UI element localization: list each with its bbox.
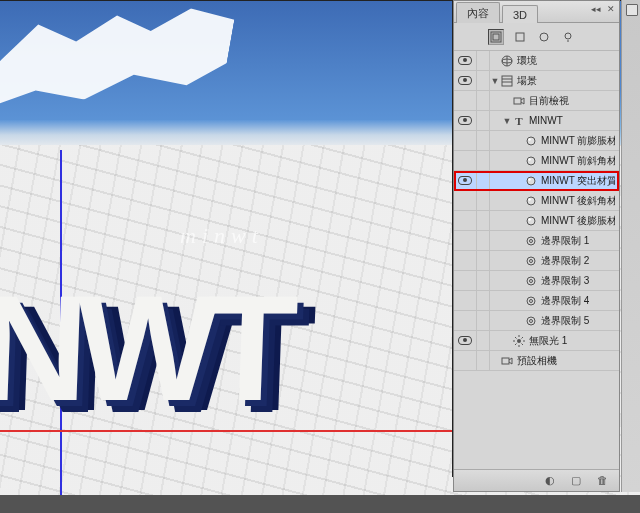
con-icon xyxy=(524,274,538,288)
lock-column[interactable] xyxy=(476,291,490,311)
close-icon[interactable]: ✕ xyxy=(607,4,615,14)
filter-mesh-icon[interactable] xyxy=(512,29,528,45)
disclosure-triangle[interactable]: ▼ xyxy=(490,76,500,86)
tree-row[interactable]: ▼TMINWT xyxy=(454,111,619,131)
svg-point-22 xyxy=(527,217,535,225)
mesh-icon: T xyxy=(512,114,526,128)
light-icon xyxy=(512,334,526,348)
svg-point-28 xyxy=(527,277,535,285)
panel-dock-gutter[interactable] xyxy=(621,0,640,492)
tree-row[interactable]: MINWT 後膨脹材質 xyxy=(454,211,619,231)
disclosure-triangle[interactable]: ▼ xyxy=(502,116,512,126)
svg-point-24 xyxy=(527,237,535,245)
3d-text-object[interactable]: NWT xyxy=(0,262,289,435)
tree-row[interactable]: 環境 xyxy=(454,51,619,71)
tree-row[interactable]: 邊界限制 5 xyxy=(454,311,619,331)
lock-column[interactable] xyxy=(476,191,490,211)
tab-properties[interactable]: 內容 xyxy=(456,2,500,23)
visibility-toggle[interactable] xyxy=(454,291,476,311)
3d-scene-tree[interactable]: 環境▼場景目前檢視▼TMINWTMINWT 前膨脹材質MINWT 前斜角材質MI… xyxy=(454,51,619,469)
visibility-toggle[interactable] xyxy=(454,231,476,251)
visibility-toggle[interactable] xyxy=(454,51,476,71)
visibility-toggle[interactable] xyxy=(454,211,476,231)
svg-point-34 xyxy=(517,339,521,343)
lock-column[interactable] xyxy=(476,251,490,271)
tab-3d[interactable]: 3D xyxy=(502,5,538,23)
lock-column[interactable] xyxy=(476,171,490,191)
lock-column[interactable] xyxy=(476,311,490,331)
visibility-toggle[interactable] xyxy=(454,351,476,371)
filter-scene-icon[interactable] xyxy=(488,29,504,45)
lock-column[interactable] xyxy=(476,151,490,171)
tree-row[interactable]: MINWT 前膨脹材質 xyxy=(454,131,619,151)
tree-row[interactable]: MINWT 後斜角材質 xyxy=(454,191,619,211)
eye-icon xyxy=(458,56,472,65)
filter-material-icon[interactable] xyxy=(536,29,552,45)
svg-point-14 xyxy=(527,137,535,145)
visibility-toggle[interactable] xyxy=(454,191,476,211)
svg-point-4 xyxy=(565,33,571,39)
tree-row[interactable]: 邊界限制 3 xyxy=(454,271,619,291)
tree-row[interactable]: 邊界限制 4 xyxy=(454,291,619,311)
svg-point-33 xyxy=(530,319,533,322)
tree-item-label: MINWT 前斜角材質 xyxy=(541,154,615,168)
visibility-toggle[interactable] xyxy=(454,151,476,171)
svg-line-40 xyxy=(522,337,524,339)
svg-point-31 xyxy=(530,299,533,302)
svg-rect-43 xyxy=(502,358,509,364)
visibility-toggle[interactable] xyxy=(454,271,476,291)
lock-column[interactable] xyxy=(476,351,490,371)
svg-text:T: T xyxy=(515,115,523,127)
svg-rect-12 xyxy=(514,98,521,104)
lock-column[interactable] xyxy=(476,91,490,111)
svg-point-16 xyxy=(527,157,535,165)
tree-row[interactable]: ▼場景 xyxy=(454,71,619,91)
visibility-toggle[interactable] xyxy=(454,111,476,131)
svg-point-17 xyxy=(528,158,530,160)
tree-item-label: 無限光 1 xyxy=(529,334,567,348)
tree-row[interactable]: 邊界限制 1 xyxy=(454,231,619,251)
svg-point-32 xyxy=(527,317,535,325)
tree-row[interactable]: 預設相機 xyxy=(454,351,619,371)
lock-column[interactable] xyxy=(476,131,490,151)
lock-column[interactable] xyxy=(476,111,490,131)
tree-item-label: 環境 xyxy=(517,54,537,68)
tree-item-label: 目前檢視 xyxy=(529,94,569,108)
svg-line-39 xyxy=(515,337,517,339)
lock-column[interactable] xyxy=(476,231,490,251)
visibility-toggle[interactable] xyxy=(454,251,476,271)
visibility-toggle[interactable] xyxy=(454,331,476,351)
lock-column[interactable] xyxy=(476,211,490,231)
lock-column[interactable] xyxy=(476,71,490,91)
panel-tab-strip: 內容 3D ◂◂ ✕ xyxy=(454,1,619,23)
filter-toolbar xyxy=(454,23,619,51)
visibility-toggle[interactable] xyxy=(454,71,476,91)
eye-icon xyxy=(458,116,472,125)
lock-column[interactable] xyxy=(476,271,490,291)
tree-item-label: 邊界限制 4 xyxy=(541,294,589,308)
tree-item-label: MINWT 後膨脹材質 xyxy=(541,214,615,228)
tree-row[interactable]: 無限光 1 xyxy=(454,331,619,351)
env-icon xyxy=(500,54,514,68)
svg-point-20 xyxy=(527,197,535,205)
tree-row[interactable]: MINWT 突出材質 xyxy=(454,171,619,191)
delete-icon[interactable]: 🗑 xyxy=(597,474,611,488)
visibility-toggle[interactable] xyxy=(454,171,476,191)
tree-item-label: MINWT 後斜角材質 xyxy=(541,194,615,208)
visibility-toggle[interactable] xyxy=(454,91,476,111)
filter-light-icon[interactable] xyxy=(560,29,576,45)
svg-point-23 xyxy=(528,218,530,220)
lock-column[interactable] xyxy=(476,51,490,71)
con-icon xyxy=(524,294,538,308)
tree-row[interactable]: 邊界限制 2 xyxy=(454,251,619,271)
svg-point-25 xyxy=(530,239,533,242)
collapse-icon[interactable]: ◂◂ xyxy=(591,4,601,14)
tree-row[interactable]: MINWT 前斜角材質 xyxy=(454,151,619,171)
lock-column[interactable] xyxy=(476,331,490,351)
visibility-toggle[interactable] xyxy=(454,131,476,151)
svg-point-29 xyxy=(530,279,533,282)
new-layer-icon[interactable]: ▢ xyxy=(571,474,585,488)
visibility-toggle[interactable] xyxy=(454,311,476,331)
new-light-icon[interactable]: ◐ xyxy=(545,474,559,488)
tree-row[interactable]: 目前檢視 xyxy=(454,91,619,111)
